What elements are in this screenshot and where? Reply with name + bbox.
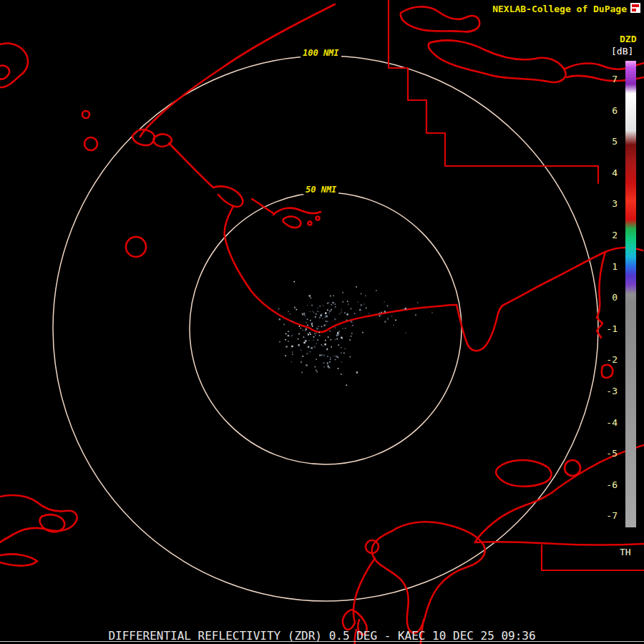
- coastline-path: [252, 199, 273, 213]
- bottom-divider: [0, 641, 644, 642]
- echo-dot: [328, 366, 329, 367]
- coastline-path: [0, 495, 77, 542]
- radar-map: [0, 0, 644, 644]
- echo-dot: [333, 296, 334, 297]
- echo-dot: [308, 325, 309, 326]
- echo-dot: [304, 314, 306, 316]
- echo-dot: [331, 346, 332, 348]
- echo-dot: [302, 313, 303, 314]
- echo-dot: [330, 357, 331, 358]
- range-ring-outer: [53, 56, 598, 601]
- echo-dot: [405, 308, 406, 309]
- colorbar-units: [dB]: [611, 46, 633, 57]
- echo-dot: [362, 332, 364, 333]
- coastline-path: [475, 542, 644, 545]
- echo-dot: [301, 349, 302, 351]
- echo-dot: [292, 351, 293, 353]
- radar-display: NEXLAB-College of DuPage 100 NMI 50 NMI …: [0, 0, 644, 644]
- echo-dot: [288, 311, 289, 313]
- echo-dot: [338, 334, 339, 336]
- echo-dot: [315, 335, 316, 336]
- echo-dot: [294, 281, 296, 283]
- echo-dot: [318, 326, 319, 327]
- echo-dot: [288, 335, 289, 336]
- echo-dot: [314, 333, 316, 334]
- coastline-path: [429, 40, 566, 82]
- echo-dot: [321, 344, 323, 346]
- echo-dot: [341, 347, 342, 348]
- echo-dot: [291, 336, 293, 337]
- echo-dot: [380, 316, 381, 317]
- echo-dot: [316, 358, 317, 360]
- island-dot: [308, 222, 312, 225]
- echo-dot: [336, 335, 338, 336]
- echo-dot: [279, 318, 280, 320]
- echo-dot: [303, 356, 304, 357]
- coastline-path: [153, 134, 172, 147]
- echo-dot: [394, 325, 395, 326]
- echo-dot: [351, 321, 352, 322]
- echo-dot: [288, 331, 289, 333]
- brand-text: NEXLAB-College of DuPage: [492, 4, 627, 14]
- echo-dot: [327, 363, 328, 364]
- echo-dot: [321, 326, 323, 328]
- echo-dot: [317, 339, 318, 341]
- lake-circle: [84, 137, 97, 150]
- echo-dot: [309, 295, 311, 296]
- echo-dot: [335, 339, 336, 341]
- echo-dot: [348, 303, 349, 305]
- echo-dot: [338, 368, 339, 369]
- echo-dot: [303, 313, 305, 314]
- echo-dot: [342, 292, 343, 293]
- echo-dot: [351, 333, 353, 334]
- echo-dot: [350, 356, 351, 358]
- echo-dot: [317, 307, 318, 308]
- echo-dot: [286, 333, 287, 335]
- echo-dot: [345, 328, 346, 329]
- echo-dot: [326, 321, 328, 323]
- echo-dot: [384, 311, 386, 312]
- echo-dot: [312, 323, 313, 324]
- echo-dot: [296, 309, 298, 311]
- echo-dot: [326, 349, 328, 351]
- echo-dot: [361, 304, 362, 306]
- echo-dot: [417, 302, 419, 303]
- colorbar-tick-label: 3: [595, 199, 618, 208]
- echo-dot: [323, 346, 324, 347]
- border-path: [389, 0, 598, 183]
- echo-dot: [319, 355, 321, 356]
- echo-dot: [311, 305, 313, 306]
- coastline-path: [496, 460, 551, 487]
- echo-dot: [291, 346, 293, 347]
- echo-dot: [303, 336, 305, 338]
- lake-circle: [126, 237, 146, 257]
- coastline-path: [0, 66, 9, 79]
- range-rings: [53, 56, 598, 601]
- colorbar-tick-label: -2: [595, 355, 618, 364]
- echo-dot: [306, 322, 307, 323]
- echo-dot: [341, 312, 342, 313]
- echo-dot: [316, 328, 318, 329]
- echo-dot: [335, 303, 336, 305]
- echo-dot: [327, 356, 328, 357]
- echo-dot: [307, 305, 308, 306]
- coastline-path: [273, 208, 321, 215]
- echo-dot: [285, 339, 286, 341]
- echo-dot: [308, 340, 310, 341]
- echo-dot: [319, 317, 321, 318]
- lake-circle: [82, 111, 89, 118]
- echo-dot: [317, 371, 318, 373]
- echo-dot: [329, 361, 331, 363]
- echo-dot: [395, 320, 396, 321]
- echo-dot: [379, 316, 380, 317]
- echo-dot: [341, 338, 343, 339]
- echo-dot: [324, 325, 326, 326]
- echo-dot: [356, 286, 357, 288]
- echo-dot: [309, 332, 311, 333]
- echo-dot: [321, 315, 322, 316]
- echo-dot: [335, 359, 336, 361]
- echo-dot: [308, 333, 309, 335]
- echo-dot: [285, 355, 286, 356]
- coastline-path: [602, 365, 613, 378]
- echo-dot: [349, 339, 351, 341]
